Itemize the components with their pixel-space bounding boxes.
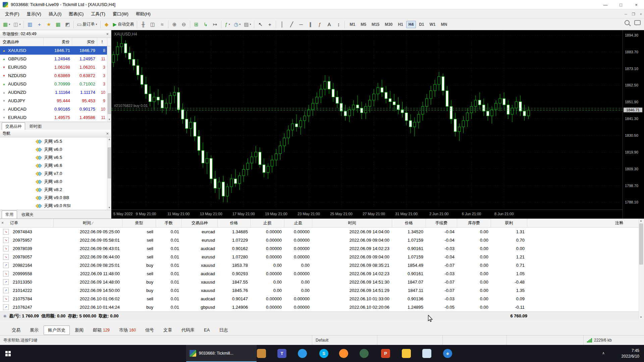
chart-price-axis[interactable]: 1894.301883.701873.101862.501851.901841.… — [623, 30, 644, 219]
market-watch-tab[interactable]: 即时图 — [26, 122, 45, 131]
market-watch-toggle-button[interactable]: ▥ — [25, 20, 34, 29]
history-row[interactable]: ↘209759572022.06.09 05:58:01sell0.01euru… — [0, 236, 644, 244]
market-watch-row[interactable]: ▲AUDUSD0.709990.710023 — [0, 80, 111, 88]
col-spread[interactable]: ! — [97, 38, 107, 46]
terminal-tab-展示[interactable]: 展示 — [25, 325, 43, 335]
navigator-item[interactable]: 天网 v9.0 BB — [0, 194, 111, 202]
menu-item[interactable]: 帮助(H) — [132, 10, 154, 18]
strategy-tester-button[interactable]: ◩ — [63, 20, 72, 29]
history-row[interactable]: ↗210762472022.06.10 01:44:24buy0.01gbpus… — [0, 303, 644, 311]
search-icon[interactable] — [625, 20, 630, 25]
col-12[interactable]: 获利 — [491, 219, 527, 227]
autotrading-button[interactable]: ▶自动交易 — [112, 20, 136, 29]
market-watch-scrollbar[interactable]: ▼ — [107, 46, 111, 122]
fibonacci-button[interactable]: ƒ — [315, 20, 324, 29]
timeframe-h4-button[interactable]: H4 — [406, 21, 416, 28]
chat-icon[interactable] — [634, 20, 641, 25]
market-watch-close-icon[interactable]: × — [106, 32, 109, 36]
terminal-tab-邮箱[interactable]: 邮箱129 — [89, 325, 114, 335]
menu-item[interactable]: 显示(V) — [23, 10, 45, 18]
navigator-item[interactable]: 天网 v6.0 — [0, 145, 111, 154]
navigator-item[interactable]: 天网 v8.0 — [0, 178, 111, 186]
chart-bars-button[interactable]: ╫ — [139, 20, 148, 29]
col-sell[interactable]: 卖价 — [44, 38, 72, 46]
navigator-tab[interactable]: 收藏夹 — [18, 210, 37, 219]
close-button[interactable]: × — [629, 0, 644, 9]
chart-restore-button[interactable]: ❐ — [632, 12, 635, 16]
templates-button[interactable]: ▨▾ — [243, 20, 252, 29]
terminal-close-icon[interactable]: × — [1, 221, 4, 225]
terminal-tab-日志[interactable]: 日志 — [215, 325, 232, 335]
file-explorer-taskbar-icon[interactable] — [402, 349, 411, 358]
chart-shift-button[interactable]: ↦ — [211, 20, 219, 29]
timeframe-m30-button[interactable]: M30 — [382, 21, 395, 28]
navigator-item[interactable]: 天网 v5.5 — [0, 137, 111, 145]
history-row[interactable]: ↗209821642022.06.09 08:25:01buy0.01xauus… — [0, 261, 644, 269]
new-chart-button[interactable]: ▦▾ — [2, 20, 11, 29]
price-chart[interactable]: #21076822 buy 0.01XAUUSD,H4 1894.301883.… — [111, 30, 644, 219]
col-5[interactable]: 价格 — [218, 219, 251, 227]
market-watch-row[interactable]: ▼AUDJPY95.44495.4539 — [0, 97, 111, 105]
app-globe-taskbar-icon[interactable] — [360, 349, 369, 358]
col-9[interactable]: 价格 — [392, 219, 426, 227]
chart-close-button[interactable]: × — [640, 12, 642, 16]
app-amber-taskbar-icon[interactable] — [257, 349, 266, 358]
timeframe-m15-button[interactable]: M15 — [369, 21, 382, 28]
terminal-tab-文章[interactable]: 文章 — [159, 325, 176, 335]
history-row[interactable]: ↗210142222022.06.09 14:50:00buy0.01xauus… — [0, 286, 644, 295]
teams-taskbar-icon[interactable]: T — [277, 349, 286, 358]
taskbar-clock[interactable]: 7:45 2022/6/10 — [622, 348, 639, 359]
market-watch-row[interactable]: ▼EURUSD1.061981.062013 — [0, 63, 111, 71]
terminal-tab-代码库[interactable]: 代码库 — [177, 325, 199, 335]
col-1[interactable]: 时间∕ — [54, 219, 122, 227]
vertical-line-button[interactable]: │ — [278, 20, 286, 29]
auto-scroll-button[interactable]: ↳ — [201, 20, 210, 29]
col-4[interactable]: 交易品种 — [182, 219, 218, 227]
equidistant-channel-button[interactable]: ∥ — [306, 20, 315, 29]
terminal-tab-EA[interactable]: EA — [200, 326, 214, 334]
app-blue-taskbar-icon[interactable] — [298, 349, 307, 358]
history-row[interactable]: ↘209780572022.06.09 06:44:00sell0.01euru… — [0, 253, 644, 261]
tray-chevron-icon[interactable]: ∧ — [602, 351, 605, 355]
timeframe-w1-button[interactable]: W1 — [427, 21, 438, 28]
menu-item[interactable]: 窗口(W) — [109, 10, 132, 18]
market-watch-row[interactable]: ▼NZDUSD0.638690.638723 — [0, 71, 111, 80]
navigator-item[interactable]: 天网 v9.0 RSI — [0, 202, 111, 210]
col-7[interactable]: 止盈 — [284, 219, 312, 227]
col-6[interactable]: 止损 — [251, 219, 284, 227]
col-buy[interactable]: 买价 — [72, 38, 97, 46]
trendline-button[interactable]: ╱ — [287, 20, 296, 29]
timeframe-d1-button[interactable]: D1 — [417, 21, 426, 28]
metaeditor-button[interactable]: ◆ — [102, 20, 111, 29]
timeframe-mn-button[interactable]: MN — [439, 21, 450, 28]
terminal-tab-市场[interactable]: 市场160 — [115, 325, 140, 335]
col-8[interactable]: 时间 — [312, 219, 392, 227]
terminal-tab-新闻[interactable]: 新闻 — [70, 325, 88, 335]
data-window-button[interactable]: + — [35, 20, 44, 29]
market-watch-tab[interactable]: 交易品种 — [2, 122, 25, 131]
profiles-button[interactable]: ◫▾ — [12, 20, 22, 29]
col-2[interactable]: 类型 — [122, 219, 156, 227]
navigator-item[interactable]: 天网 v8.2 — [0, 186, 111, 194]
periods-button[interactable]: ◷▾ — [232, 20, 242, 29]
horizontal-line-button[interactable]: ─ — [297, 20, 305, 29]
chart-plot[interactable]: #21076822 buy 0.01XAUUSD,H4 — [111, 30, 623, 209]
navigator-close-icon[interactable]: × — [106, 131, 109, 136]
history-row[interactable]: ↘209748432022.06.09 05:25:00sell0.01eurc… — [0, 228, 644, 236]
cursor-tool-button[interactable]: ↖ — [256, 20, 265, 29]
firefox-taskbar-icon[interactable] — [339, 349, 348, 358]
menu-item[interactable]: 图表(C) — [65, 10, 87, 18]
powerpoint-taskbar-icon[interactable]: P — [381, 349, 390, 358]
chart-line-button[interactable]: ≈ — [158, 20, 166, 29]
indicators-button[interactable]: ƒ▾ — [223, 20, 232, 29]
start-button[interactable] — [0, 345, 16, 362]
chart-minimize-button[interactable]: ─ — [625, 12, 627, 16]
terminal-scrollbar[interactable]: ▲▼ — [639, 219, 644, 319]
navigator-scrollbar[interactable]: ▲▼ — [107, 137, 111, 210]
timeframe-h1-button[interactable]: H1 — [396, 21, 406, 28]
navigator-tab[interactable]: 常用 — [2, 210, 17, 219]
navigator-item[interactable]: 天网 v6.6 — [0, 162, 111, 170]
market-watch-row[interactable]: ▲AUDNZD1.111641.1117410 — [0, 88, 111, 97]
timeframe-m5-button[interactable]: M5 — [358, 21, 369, 28]
history-row[interactable]: ↗210133502022.06.09 14:48:00buy0.01xauus… — [0, 278, 644, 286]
